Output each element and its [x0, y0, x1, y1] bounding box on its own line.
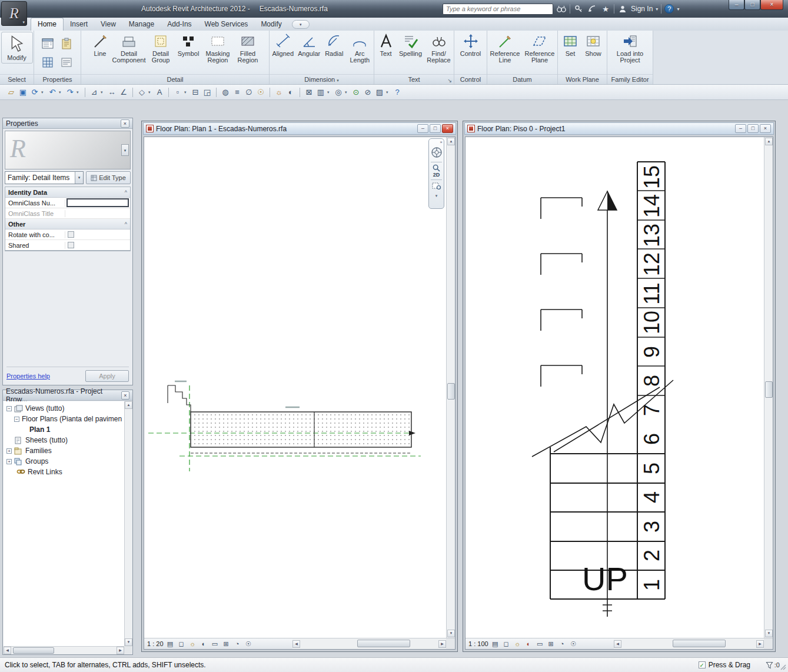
tab-home[interactable]: Home — [31, 18, 64, 31]
press-drag-checkbox[interactable]: ✓ — [699, 661, 706, 668]
close-icon[interactable]: × — [121, 119, 129, 128]
omniclass-number-input[interactable] — [67, 198, 129, 207]
window-minimize-button[interactable]: – — [735, 124, 746, 133]
family-selector-dropdown[interactable]: Family: Detail Items ▾ — [5, 171, 84, 184]
tree-item-plan1[interactable]: Plan 1 — [4, 424, 124, 435]
reference-plane-button[interactable]: Reference Plane — [523, 32, 557, 65]
reference-line-button[interactable]: Reference Line — [488, 32, 522, 65]
tab-modify[interactable]: Modify — [254, 18, 288, 31]
window2-vertical-scrollbar[interactable]: ▲ ▼ — [764, 137, 773, 638]
measure-caret-icon[interactable]: ▾ — [101, 90, 105, 95]
scroll-right-icon[interactable]: ▶ — [117, 647, 124, 654]
crop-region-visibility-icon[interactable]: ⊞ — [547, 640, 556, 648]
window-close-button[interactable]: × — [442, 124, 453, 133]
window1-vertical-scrollbar[interactable]: ▲ ▼ — [446, 137, 455, 638]
redo-caret-icon[interactable]: ▾ — [77, 90, 81, 95]
help-caret-icon[interactable]: ▾ — [677, 6, 679, 12]
sync-with-central-icon[interactable]: ⟳ — [29, 87, 40, 98]
window-restore-button[interactable]: □ — [430, 124, 441, 133]
zoom-2d-button[interactable]: 2D — [433, 164, 440, 178]
angular-dimension-icon[interactable]: ∠ — [118, 87, 129, 98]
arc-length-dimension-button[interactable]: Arc Length — [347, 32, 373, 65]
caret-down-icon[interactable]: ▾ — [435, 194, 438, 198]
favorites-star-icon[interactable]: ★ — [600, 4, 611, 14]
thin-lines-icon[interactable]: ≡ — [232, 87, 242, 98]
text-button[interactable]: Text — [375, 32, 397, 59]
search-binoculars-icon[interactable] — [556, 4, 567, 14]
window-close-button[interactable]: × — [760, 124, 771, 133]
scrollbar-thumb[interactable] — [673, 640, 726, 647]
modify-button[interactable]: Modify — [1, 32, 33, 64]
tab-addins[interactable]: Add-Ins — [161, 18, 198, 31]
sun-path-icon[interactable]: ☼ — [188, 640, 197, 648]
filter-icon[interactable] — [766, 661, 773, 669]
application-menu-button[interactable]: R ▾ — [1, 1, 27, 26]
family-types-button[interactable] — [59, 55, 74, 69]
crop-region-visibility-icon[interactable]: ⊞ — [222, 640, 231, 648]
filled-region-button[interactable]: Filled Region — [234, 32, 261, 65]
detail-level-icon[interactable]: ▤ — [166, 640, 175, 648]
expand-icon[interactable]: + — [6, 448, 12, 454]
default-3d-view-icon[interactable]: ▫ — [172, 87, 183, 98]
zoom-caret-icon[interactable]: ▾ — [345, 90, 350, 95]
subscription-key-icon[interactable] — [573, 4, 584, 14]
properties-help-link[interactable]: Properties help — [6, 372, 50, 380]
sync-caret-icon[interactable]: ▾ — [41, 90, 46, 95]
section-icon[interactable]: ⊟ — [190, 87, 201, 98]
detail-component-button[interactable]: Detail Component — [112, 32, 146, 65]
tree-item-floor-plans[interactable]: − Floor Plans (Pianta del pavimen — [4, 414, 124, 424]
line-button[interactable]: Line — [89, 32, 111, 59]
save-icon[interactable]: ▣ — [18, 87, 28, 98]
scale-button[interactable]: 1 : 100 — [468, 640, 488, 647]
tree-item-sheets[interactable]: Sheets (tutto) — [4, 435, 124, 445]
scale-button[interactable]: 1 : 20 — [147, 640, 164, 647]
help-button[interactable]: ? — [664, 4, 674, 14]
scrollbar-thumb[interactable] — [357, 640, 410, 647]
ribbon-display-toggle[interactable]: ▾ — [292, 20, 310, 29]
render-icon[interactable]: ☼ — [274, 87, 284, 98]
shared-checkbox[interactable] — [68, 242, 74, 248]
masking-region-button[interactable]: Masking Region — [202, 32, 234, 65]
restore-button[interactable]: □ — [744, 0, 760, 10]
tab-insert[interactable]: Insert — [64, 18, 94, 31]
scrollbar-thumb[interactable] — [13, 647, 54, 654]
window2-horizontal-scrollbar[interactable]: ◀ ▶ — [614, 638, 764, 649]
angular-dimension-button[interactable]: Angular — [297, 32, 322, 59]
shadows-icon[interactable]: ◐ — [285, 87, 296, 98]
tree-item-views[interactable]: − Views (tutto) — [4, 403, 124, 414]
scroll-down-icon[interactable]: ▼ — [765, 630, 773, 637]
sign-in-button[interactable]: Sign In — [631, 5, 653, 13]
window1-titlebar[interactable]: Floor Plan: Plan 1 - Escadas-Numeros.rfa… — [143, 122, 456, 135]
browser-horizontal-scrollbar[interactable]: ◀ ▶ — [4, 646, 124, 654]
window1-horizontal-scrollbar[interactable]: ◀ ▶ — [292, 638, 446, 649]
project-browser-titlebar[interactable]: Escadas-Numeros.rfa - Project Brow... × — [3, 390, 132, 401]
paste-clipboard-button[interactable] — [59, 36, 74, 51]
expand-icon[interactable]: + — [6, 459, 12, 464]
tab-manage[interactable]: Manage — [122, 18, 161, 31]
family-category-button[interactable] — [41, 55, 55, 69]
temporary-hide-isolate-icon[interactable]: ◔ — [233, 640, 242, 648]
scroll-up-icon[interactable]: ▲ — [765, 138, 773, 145]
collapse-chevron-icon[interactable]: ^ — [125, 189, 127, 195]
aligned-dimension-icon[interactable]: ↔ — [107, 87, 117, 98]
help-icon[interactable]: ? — [392, 87, 403, 98]
close-button[interactable]: × — [760, 0, 783, 10]
scroll-right-icon[interactable]: ▶ — [756, 640, 764, 648]
visibility-graphics-icon[interactable]: ◍ — [220, 87, 231, 98]
resize-grip[interactable] — [780, 664, 787, 671]
scroll-left-icon[interactable]: ◀ — [292, 640, 300, 648]
text-note-icon[interactable]: A — [154, 87, 165, 98]
switch-windows-caret-icon[interactable]: ▾ — [327, 90, 332, 95]
aligned-dimension-button[interactable]: Aligned — [270, 32, 296, 59]
pin-icon[interactable]: ⊙ — [351, 87, 361, 98]
scroll-left-icon[interactable]: ◀ — [614, 640, 621, 648]
type-selector-caret-icon[interactable]: ▾ — [121, 144, 129, 156]
search-input[interactable] — [443, 4, 553, 15]
3d-view-caret-icon[interactable]: ▾ — [184, 90, 189, 95]
collapse-chevron-icon[interactable]: ^ — [125, 221, 127, 227]
navigation-bar[interactable]: × 2D ▾ — [428, 138, 444, 209]
collapse-icon[interactable]: − — [14, 417, 19, 422]
redo-icon[interactable]: ↷ — [65, 87, 75, 98]
panel-label-control[interactable]: Control — [454, 74, 487, 84]
window2-titlebar[interactable]: Floor Plan: Piso 0 - Project1 – □ × — [464, 122, 774, 135]
